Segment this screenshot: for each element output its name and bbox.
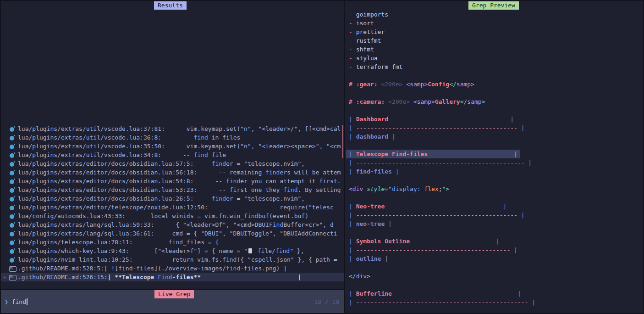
- preview-line: - stylua: [349, 54, 643, 62]
- lua-file-icon: [9, 135, 17, 140]
- lua-file-icon: [9, 161, 17, 167]
- preview-line: | neo-tree |: [349, 219, 643, 228]
- lua-file-icon: [9, 257, 17, 263]
- preview-line: [349, 176, 643, 185]
- lua-file-icon: [9, 169, 17, 175]
- preview-line: [349, 228, 643, 237]
- preview-content: - goimports- isort- prettier- rustfmt- s…: [349, 10, 643, 307]
- preview-line: | --------------------------------------…: [349, 298, 643, 307]
- preview-line: [349, 141, 643, 150]
- preview-line: # :gear: <200e> <samp>Config</samp>: [349, 80, 643, 89]
- result-row[interactable]: lua/plugins/extras/editor/docs/obsidian.…: [1, 194, 344, 203]
- preview-line: [349, 89, 643, 97]
- result-row[interactable]: lua/config/autocmds.lua:43:33: local win…: [1, 212, 344, 220]
- file-icon: [248, 248, 252, 253]
- lua-file-icon: [9, 187, 17, 193]
- result-row[interactable]: lua/plugins/telescope.lua:78:11: find_fi…: [1, 238, 344, 247]
- preview-window-title: Grep Preview: [468, 1, 519, 10]
- result-row[interactable]: lua/plugins/extras/lang/sql.lua:59:33: {…: [1, 220, 344, 229]
- prompt-query-text: find: [12, 298, 26, 305]
- lua-file-icon: [9, 213, 17, 219]
- lua-file-icon: [9, 248, 17, 254]
- result-row[interactable]: lua/plugins/extras/editor/telescope/zoxi…: [1, 203, 344, 212]
- preview-line: - prettier: [349, 28, 643, 36]
- result-row[interactable]: .github/README.md:528:5:| ![find-files](…: [1, 264, 344, 273]
- telescope-live-grep-screen: Results lua/plugins/extras/util/vscode.l…: [0, 0, 644, 314]
- preview-line: | dashboard |: [349, 132, 643, 141]
- text-cursor: [27, 298, 28, 305]
- result-row[interactable]: lua/plugins/extras/util/vscode.lua:37:81…: [1, 124, 344, 133]
- lua-file-icon: [9, 152, 17, 158]
- preview-line: - rustfmt: [349, 36, 643, 45]
- results-scrollbar[interactable]: [342, 125, 343, 158]
- lua-file-icon: [9, 222, 17, 228]
- preview-line: [349, 71, 643, 80]
- preview-line: - isort: [349, 19, 643, 28]
- prompt-window-title: Live Grep: [154, 290, 194, 298]
- preview-line: | --------------------------------------…: [349, 158, 643, 167]
- preview-line: [349, 193, 643, 202]
- live-grep-prompt-window: Live Grep ❯ find 18 / 18: [1, 290, 344, 313]
- preview-line: - shfmt: [349, 45, 643, 54]
- preview-line: | --------------------------------------…: [349, 211, 643, 219]
- preview-line: - terraform_fmt: [349, 62, 643, 71]
- result-row[interactable]: lua/plugins/extras/util/vscode.lua:36:8:…: [1, 133, 344, 142]
- result-row[interactable]: lua/plugins/which-key.lua:9:43: ["<leade…: [1, 247, 344, 255]
- preview-line: - goimports: [349, 10, 643, 19]
- preview-line: | find-files |: [349, 167, 643, 176]
- result-row[interactable]: lua/plugins/extras/editor/docs/obsidian.…: [1, 185, 344, 194]
- preview-line: </div>: [349, 272, 643, 280]
- preview-line: [349, 280, 643, 289]
- markdown-file-icon: [9, 274, 17, 280]
- preview-line: # :camera: <200e> <samp>Gallery</samp>: [349, 97, 643, 106]
- preview-line: | --------------------------------------…: [349, 123, 643, 132]
- preview-line: | Symbols Outline |: [349, 237, 643, 246]
- result-row[interactable]: lua/plugins/extras/util/vscode.lua:35:50…: [1, 142, 344, 151]
- preview-line: | Bufferline |: [349, 289, 643, 298]
- preview-line: <div style="display: flex;">: [349, 185, 643, 193]
- result-row[interactable]: lua/plugins/extras/lang/sql.lua:36:61: c…: [1, 229, 344, 238]
- grep-prompt-input[interactable]: ❯ find: [5, 297, 340, 306]
- preview-line: | --------------------------------------…: [349, 246, 643, 254]
- lua-file-icon: [9, 178, 17, 184]
- preview-line: [349, 106, 643, 115]
- preview-line: | Dashboard |: [349, 115, 643, 123]
- selection-arrow-icon: ▸: [3, 273, 6, 281]
- result-row[interactable]: lua/plugins/extras/editor/docs/obsidian.…: [1, 159, 344, 168]
- result-row[interactable]: lua/plugins/nvim-lint.lua:10:25: return …: [1, 255, 344, 264]
- lua-file-icon: [9, 126, 17, 132]
- result-row[interactable]: lua/plugins/extras/util/vscode.lua:34:8:…: [1, 151, 344, 159]
- results-window-title: Results: [154, 1, 187, 10]
- lua-file-icon: [9, 204, 17, 210]
- lua-file-icon: [9, 196, 17, 202]
- lua-file-icon: [9, 143, 17, 149]
- preview-line: [349, 263, 643, 272]
- markdown-file-icon: [9, 265, 17, 271]
- grep-preview-window: Grep Preview - goimports- isort- prettie…: [345, 1, 643, 313]
- preview-line-highlighted: | Telescope Find-files |: [346, 150, 520, 158]
- match-counter: 18 / 18: [314, 297, 339, 306]
- results-window: Results lua/plugins/extras/util/vscode.l…: [1, 1, 344, 289]
- result-row[interactable]: lua/plugins/extras/editor/docs/obsidian.…: [1, 177, 344, 185]
- result-row[interactable]: lua/plugins/extras/editor/docs/obsidian.…: [1, 168, 344, 177]
- result-row[interactable]: ▸.github/README.md:526:15:| **Telescope …: [1, 273, 344, 281]
- results-list: lua/plugins/extras/util/vscode.lua:37:81…: [1, 124, 344, 281]
- prompt-caret-icon: ❯: [5, 298, 8, 305]
- lua-file-icon: [9, 239, 17, 245]
- preview-line: | outline |: [349, 254, 643, 263]
- lua-file-icon: [9, 230, 17, 236]
- preview-line: | Neo-tree |: [349, 202, 643, 211]
